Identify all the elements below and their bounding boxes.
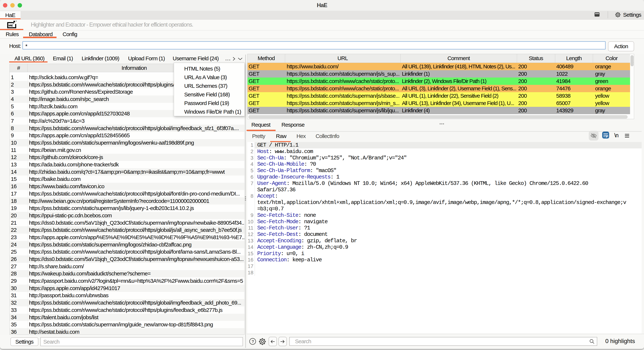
svg-text:HAE: HAE xyxy=(8,24,13,27)
svg-text:?: ? xyxy=(252,339,254,344)
